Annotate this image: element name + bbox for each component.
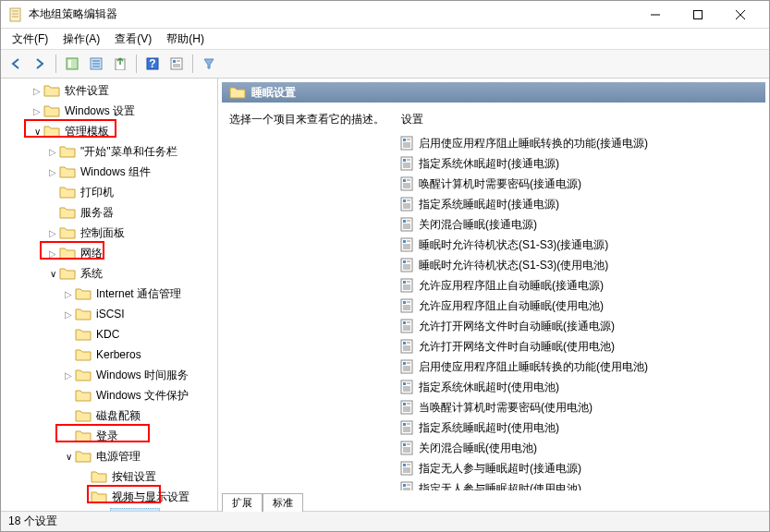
tree-label: 打印机 bbox=[79, 184, 116, 201]
tree-node[interactable]: ▷控制面板 bbox=[1, 223, 217, 243]
chevron-right-icon[interactable]: ▷ bbox=[31, 106, 43, 116]
toolbar-separator bbox=[192, 54, 193, 73]
setting-item[interactable]: 睡眠时允许待机状态(S1-S3)(接通电源) bbox=[397, 235, 765, 255]
window-title: 本地组策略编辑器 bbox=[29, 6, 634, 22]
setting-item[interactable]: 关闭混合睡眠(使用电池) bbox=[397, 438, 765, 458]
setting-item[interactable]: 当唤醒计算机时需要密码(使用电池) bbox=[397, 397, 765, 417]
settings-header[interactable]: 设置 bbox=[397, 103, 765, 133]
forward-button[interactable] bbox=[29, 53, 51, 75]
chevron-right-icon[interactable]: ▷ bbox=[46, 147, 59, 157]
setting-item[interactable]: 关闭混合睡眠(接通电源) bbox=[397, 214, 765, 235]
setting-label: 睡眠时允许待机状态(S1-S3)(接通电源) bbox=[419, 237, 608, 253]
setting-item[interactable]: 睡眠时允许待机状态(S1-S3)(使用电池) bbox=[397, 255, 765, 275]
tree-node[interactable]: 登录 bbox=[1, 426, 217, 446]
tree-node[interactable]: ▷Internet 通信管理 bbox=[1, 284, 217, 304]
setting-item[interactable]: 允许应用程序阻止自动睡眠(使用电池) bbox=[397, 296, 765, 316]
content-title: 睡眠设置 bbox=[251, 85, 296, 101]
chevron-right-icon[interactable]: ▷ bbox=[62, 370, 75, 381]
tree-node[interactable]: 服务器 bbox=[1, 202, 217, 223]
setting-item[interactable]: 允许打开网络文件时自动睡眠(使用电池) bbox=[397, 336, 765, 357]
tree-node-selected[interactable]: 睡眠设置 bbox=[1, 507, 217, 511]
folder-icon bbox=[75, 348, 92, 361]
setting-item[interactable]: 指定系统睡眠超时(接通电源) bbox=[397, 194, 765, 214]
setting-item[interactable]: 唤醒计算机时需要密码(接通电源) bbox=[397, 174, 765, 194]
chevron-right-icon[interactable]: ▷ bbox=[46, 248, 59, 259]
chevron-right-icon[interactable]: ▷ bbox=[46, 228, 59, 238]
titlebar: 本地组策略编辑器 bbox=[1, 1, 769, 29]
menu-view[interactable]: 查看(V) bbox=[109, 30, 157, 49]
minimize-button[interactable] bbox=[634, 2, 677, 28]
tree-node[interactable]: 按钮设置 bbox=[1, 466, 217, 487]
setting-label: 关闭混合睡眠(接通电源) bbox=[419, 217, 537, 233]
tree-label: 网络 bbox=[79, 245, 104, 262]
tree-node[interactable]: ∨管理模板 bbox=[1, 121, 217, 141]
tree-node[interactable]: 磁盘配额 bbox=[1, 405, 217, 426]
chevron-down-icon[interactable]: ∨ bbox=[46, 269, 59, 279]
help-button[interactable]: ? bbox=[141, 53, 164, 75]
svg-text:?: ? bbox=[149, 57, 155, 70]
tree-label: 磁盘配额 bbox=[94, 407, 142, 425]
setting-label: 关闭混合睡眠(使用电池) bbox=[419, 441, 537, 456]
setting-item[interactable]: 指定系统休眠超时(使用电池) bbox=[397, 377, 765, 397]
folder-icon bbox=[43, 84, 60, 97]
folder-icon bbox=[59, 186, 76, 199]
folder-icon bbox=[75, 328, 92, 341]
chevron-right-icon[interactable]: ▷ bbox=[46, 167, 59, 177]
chevron-right-icon[interactable]: ▷ bbox=[62, 309, 75, 320]
properties-button[interactable] bbox=[85, 53, 107, 75]
policy-icon bbox=[399, 420, 414, 435]
tree-pane[interactable]: ▷软件设置 ▷Windows 设置 ∨管理模板 ▷"开始"菜单和任务栏 ▷Win… bbox=[1, 79, 218, 511]
chevron-right-icon[interactable]: ▷ bbox=[62, 289, 75, 299]
tree-node[interactable]: ▷iSCSI bbox=[1, 304, 217, 324]
policy-icon bbox=[399, 319, 414, 333]
statusbar: 18 个设置 bbox=[1, 511, 769, 531]
policy-icon bbox=[399, 156, 414, 171]
policy-icon bbox=[399, 136, 414, 151]
chevron-down-icon[interactable]: ∨ bbox=[31, 127, 43, 137]
close-button[interactable] bbox=[719, 2, 762, 28]
setting-item[interactable]: 启用使应用程序阻止睡眠转换的功能(使用电池) bbox=[397, 357, 765, 377]
filter-button[interactable] bbox=[198, 53, 220, 75]
tree-node[interactable]: ▷Windows 组件 bbox=[1, 162, 217, 182]
tree-node[interactable]: Windows 文件保护 bbox=[1, 385, 217, 405]
export-button[interactable] bbox=[109, 53, 131, 75]
tree-node[interactable]: ▷网络 bbox=[1, 243, 217, 263]
chevron-right-icon[interactable]: ▷ bbox=[31, 86, 43, 96]
details-button[interactable] bbox=[165, 53, 188, 75]
settings-list[interactable]: 启用使应用程序阻止睡眠转换的功能(接通电源) 指定系统休眠超时(接通电源) 唤醒… bbox=[397, 133, 765, 490]
tree-node[interactable]: ▷软件设置 bbox=[1, 80, 217, 101]
setting-item[interactable]: 指定无人参与睡眠超时(使用电池) bbox=[397, 478, 765, 490]
folder-icon bbox=[75, 308, 92, 320]
setting-item[interactable]: 指定系统睡眠超时(使用电池) bbox=[397, 417, 765, 438]
maximize-button[interactable] bbox=[677, 2, 719, 28]
chevron-down-icon[interactable]: ∨ bbox=[62, 452, 75, 462]
tree-node[interactable]: ▷"开始"菜单和任务栏 bbox=[1, 141, 217, 162]
setting-item[interactable]: 允许打开网络文件时自动睡眠(接通电源) bbox=[397, 316, 765, 336]
menu-help[interactable]: 帮助(H) bbox=[161, 30, 210, 49]
tab-extended[interactable]: 扩展 bbox=[222, 493, 263, 512]
menu-file[interactable]: 文件(F) bbox=[6, 30, 54, 49]
tree-node[interactable]: 视频与显示设置 bbox=[1, 487, 217, 507]
menubar: 文件(F) 操作(A) 查看(V) 帮助(H) bbox=[1, 29, 769, 49]
policy-icon bbox=[399, 258, 414, 272]
setting-item[interactable]: 指定无人参与睡眠超时(接通电源) bbox=[397, 458, 765, 478]
back-button[interactable] bbox=[5, 53, 27, 75]
setting-item[interactable]: 启用使应用程序阻止睡眠转换的功能(接通电源) bbox=[397, 133, 765, 153]
menu-action[interactable]: 操作(A) bbox=[57, 30, 105, 49]
tree-node[interactable]: ∨系统 bbox=[1, 263, 217, 284]
show-tree-button[interactable] bbox=[61, 53, 83, 75]
policy-icon bbox=[399, 461, 414, 476]
folder-icon bbox=[75, 369, 92, 381]
tree-node[interactable]: KDC bbox=[1, 324, 217, 345]
tree-node[interactable]: ∨电源管理 bbox=[1, 446, 217, 466]
tab-standard[interactable]: 标准 bbox=[263, 493, 303, 512]
setting-item[interactable]: 允许应用程序阻止自动睡眠(接通电源) bbox=[397, 275, 765, 296]
tree-node[interactable]: 打印机 bbox=[1, 182, 217, 202]
setting-item[interactable]: 指定系统休眠超时(接通电源) bbox=[397, 153, 765, 174]
svg-rect-23 bbox=[171, 58, 182, 69]
tree-node[interactable]: ▷Windows 设置 bbox=[1, 101, 217, 121]
tree-node[interactable]: Kerberos bbox=[1, 345, 217, 365]
setting-label: 指定无人参与睡眠超时(使用电池) bbox=[419, 481, 581, 491]
folder-icon bbox=[59, 226, 76, 239]
tree-node[interactable]: ▷Windows 时间服务 bbox=[1, 365, 217, 385]
